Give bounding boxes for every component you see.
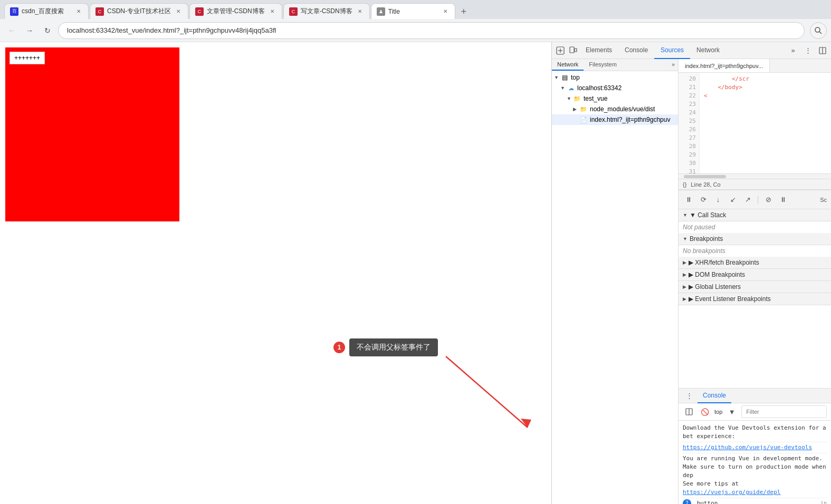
console-area: ⋮ Console 🚫 top ▼ bbox=[679, 388, 831, 504]
dom-breakpoints-header[interactable]: ▶ ▶ DOM Breakpoints bbox=[679, 269, 831, 281]
xhr-breakpoints-header[interactable]: ▶ ▶ XHR/fetch Breakpoints bbox=[679, 257, 831, 269]
console-tab[interactable]: Console bbox=[698, 389, 731, 403]
file-tab-bar: index.html?_ijt=pthn9gchpuv... bbox=[679, 59, 831, 73]
forward-button[interactable]: → bbox=[22, 23, 37, 38]
dom-arrow: ▶ bbox=[683, 272, 686, 277]
devtools-toolbar-icons: » ⋮ bbox=[787, 44, 829, 57]
cloud-icon: ☁ bbox=[567, 84, 575, 92]
console-button-text: button bbox=[697, 500, 718, 504]
event-label: ▶ Event Listener Breakpoints bbox=[689, 295, 771, 303]
debug-separator bbox=[758, 196, 758, 204]
tab-network-left[interactable]: Network bbox=[552, 59, 584, 71]
tab-favicon-baidu: 百 bbox=[10, 7, 18, 16]
more-tabs-icon[interactable]: » bbox=[787, 44, 799, 57]
xhr-label: ▶ XHR/fetch Breakpoints bbox=[689, 259, 759, 266]
tab-csdn2[interactable]: C 文章管理-CSDN博客 ✕ bbox=[189, 3, 282, 19]
tab-elements[interactable]: Elements bbox=[579, 42, 618, 59]
inspect-icon[interactable] bbox=[554, 44, 567, 57]
dock-icon[interactable] bbox=[816, 44, 829, 57]
debugger-side-panel: ▼ ▼ Call Stack Not paused ▼ Breakpoints … bbox=[679, 209, 831, 388]
devtools-inner: Network Filesystem » ▼ ▤ top ▼ ☁ lo bbox=[552, 59, 831, 504]
tree-arrow-localhost: ▼ bbox=[560, 85, 567, 91]
tab-close-csdn1[interactable]: ✕ bbox=[174, 7, 183, 16]
pause-on-exception-button[interactable]: ⏸ bbox=[777, 194, 789, 206]
page-content: +++++++ 1 不会调用父标签事件了 bbox=[0, 42, 551, 504]
step-into-button[interactable]: ↙ bbox=[727, 194, 739, 206]
console-context-arrow[interactable]: ▼ bbox=[725, 405, 738, 418]
tree-arrow-top: ▼ bbox=[554, 75, 560, 80]
devtools-panel: Elements Console Sources Network » ⋮ Net… bbox=[551, 42, 831, 504]
sources-right-area: index.html?_ijt=pthn9gchpuv... 202122232… bbox=[679, 59, 831, 504]
tree-label-node-modules: node_modules/vue/dist bbox=[590, 105, 655, 113]
tab-close-csdn3[interactable]: ✕ bbox=[356, 7, 364, 16]
code-line-30: < bbox=[704, 92, 827, 100]
call-stack-header[interactable]: ▼ ▼ Call Stack bbox=[679, 209, 831, 221]
svg-line-2 bbox=[446, 356, 528, 428]
tab-title-csdn2: 文章管理-CSDN博客 bbox=[207, 7, 265, 16]
address-input[interactable] bbox=[58, 22, 805, 39]
search-icon[interactable] bbox=[810, 22, 827, 39]
svg-rect-8 bbox=[575, 49, 577, 52]
call-stack-arrow: ▼ bbox=[683, 212, 687, 218]
plus-button[interactable]: +++++++ bbox=[9, 52, 45, 64]
refresh-button[interactable]: ↻ bbox=[40, 23, 55, 38]
call-stack-content: Not paused bbox=[679, 221, 831, 233]
tab-close-active[interactable]: ✕ bbox=[441, 7, 450, 16]
tab-sources[interactable]: Sources bbox=[654, 42, 690, 59]
settings-icon[interactable]: ⋮ bbox=[801, 44, 814, 57]
tree-item-test-vue[interactable]: ▼ 📁 test_vue bbox=[552, 93, 678, 104]
step-over-button[interactable]: ↓ bbox=[712, 194, 724, 206]
tree-label-test-vue: test_vue bbox=[584, 95, 607, 102]
tab-title-page[interactable]: ♟ Title ✕ bbox=[371, 3, 455, 19]
code-line-28: </scr bbox=[704, 75, 827, 83]
tree-item-top[interactable]: ▼ ▤ top bbox=[552, 72, 678, 83]
sources-left-tabs: Network Filesystem » bbox=[552, 59, 678, 71]
console-msg-button: 7 button in bbox=[683, 498, 827, 504]
tree-item-localhost[interactable]: ▼ ☁ localhost:63342 bbox=[552, 83, 678, 93]
console-msg-dev-mode: You are running Vue in development mode.… bbox=[683, 453, 827, 498]
tab-csdn3[interactable]: C 写文章-CSDN博客 ✕ bbox=[283, 3, 370, 19]
event-breakpoints-header[interactable]: ▶ ▶ Event Listener Breakpoints bbox=[679, 293, 831, 305]
vue-devtools-link[interactable]: https://github.com/vuejs/vue-devtools bbox=[683, 444, 812, 451]
console-tab-bar: ⋮ Console bbox=[679, 389, 831, 403]
console-settings-icon[interactable]: ⋮ bbox=[683, 390, 695, 402]
console-source-link[interactable]: in bbox=[820, 499, 827, 504]
file-icon-index: 📄 bbox=[579, 115, 588, 124]
tree-icon-top: ▤ bbox=[560, 73, 569, 82]
device-icon[interactable] bbox=[567, 44, 579, 57]
tab-network[interactable]: Network bbox=[690, 42, 726, 59]
tree-label-top: top bbox=[571, 74, 580, 81]
breakpoints-arrow: ▼ bbox=[683, 236, 687, 241]
tree-item-index-html[interactable]: ▶ 📄 index.html?_ijt=pthn9gchpuv bbox=[552, 114, 678, 125]
clear-console-icon[interactable]: 🚫 bbox=[699, 405, 711, 418]
tab-close-baidu[interactable]: ✕ bbox=[74, 7, 83, 16]
pause-button[interactable]: ⏸ bbox=[683, 194, 694, 206]
file-tab-index[interactable]: index.html?_ijt=pthn9gchpuv... bbox=[679, 59, 770, 73]
resume-button[interactable]: ⟳ bbox=[698, 194, 709, 206]
tab-filesystem[interactable]: Filesystem bbox=[584, 59, 622, 71]
tab-favicon-csdn3: C bbox=[289, 7, 298, 16]
tab-csdn1[interactable]: C CSDN-专业IT技术社区 ✕ bbox=[90, 3, 188, 19]
more-sources-tabs[interactable]: » bbox=[668, 59, 678, 71]
status-bar: {} Line 28, Co bbox=[679, 179, 831, 189]
tab-title-csdn1: CSDN-专业IT技术社区 bbox=[107, 7, 171, 16]
status-line-info: Line 28, Co bbox=[691, 181, 720, 188]
global-listeners-header[interactable]: ▶ ▶ Global Listeners bbox=[679, 281, 831, 293]
back-button[interactable]: ← bbox=[4, 23, 19, 38]
deactivate-breakpoints-button[interactable]: ⊘ bbox=[762, 194, 774, 206]
tab-close-csdn2[interactable]: ✕ bbox=[268, 7, 276, 16]
status-brackets-icon[interactable]: {} bbox=[683, 181, 686, 188]
tree-label-localhost: localhost:63342 bbox=[577, 84, 622, 92]
scope-label: Sc bbox=[820, 197, 827, 203]
new-tab-button[interactable]: + bbox=[456, 4, 471, 19]
vue-tips-link[interactable]: https://vuejs.org/guide/depl bbox=[683, 489, 780, 496]
devtools-tab-bar: Elements Console Sources Network » ⋮ bbox=[552, 42, 831, 59]
tab-baidu[interactable]: 百 csdn_百度搜索 ✕ bbox=[4, 3, 89, 19]
breakpoints-header[interactable]: ▼ Breakpoints bbox=[679, 233, 831, 245]
console-dock-icon[interactable] bbox=[683, 405, 695, 418]
console-filter-input[interactable] bbox=[741, 405, 827, 418]
tab-console[interactable]: Console bbox=[618, 42, 654, 59]
tree-item-node-modules[interactable]: ▶ 📁 node_modules/vue/dist bbox=[552, 104, 678, 114]
horizontal-scrollbar[interactable] bbox=[679, 173, 831, 179]
step-out-button[interactable]: ↗ bbox=[742, 194, 753, 206]
